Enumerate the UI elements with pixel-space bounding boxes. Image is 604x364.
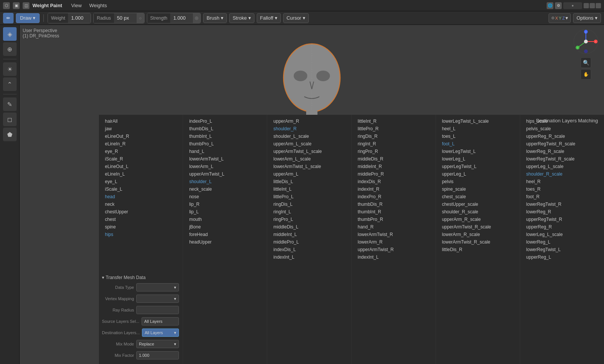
list-item[interactable]: indexDis_L [272, 246, 347, 253]
sidebar-eraser-tool[interactable]: ◻ [3, 113, 17, 126]
list-item[interactable]: foot_R [525, 193, 599, 200]
list-item[interactable]: eye_L [103, 178, 178, 185]
sidebar-fill-tool[interactable]: ⬟ [3, 128, 17, 141]
list-item[interactable]: ringPro_R [356, 148, 431, 155]
list-item[interactable]: upperRegTwist_R_scale [525, 140, 599, 147]
list-item[interactable]: chestUpper [103, 208, 178, 215]
list-item[interactable]: thumbPro_L [188, 140, 262, 147]
menu-weights[interactable]: Weights [86, 2, 110, 9]
menu-view[interactable]: View [68, 2, 85, 9]
list-item[interactable]: ringDis_R [356, 133, 431, 140]
list-item[interactable]: ringDis_L [272, 201, 347, 208]
list-item[interactable]: middleDis_R [356, 156, 431, 162]
list-item[interactable]: upperArmTwist_R [356, 246, 431, 253]
pan-button[interactable]: ✋ [581, 69, 591, 80]
list-item[interactable]: upperArmTwist_L [188, 171, 262, 177]
sidebar-annotate-tool[interactable]: ✎ [3, 97, 17, 111]
list-item[interactable]: lowerArmTwist_R [356, 231, 431, 238]
weight-input-group[interactable]: Weight 1.000 [48, 13, 91, 23]
orbit-gizmo[interactable]: Z X Y [572, 28, 599, 55]
list-item[interactable]: lowerArm_L_scale [272, 156, 347, 162]
list-item[interactable]: ringPro_L [272, 216, 347, 223]
list-item[interactable]: lowerArmTwist_R_scale [441, 239, 515, 245]
list-item-shoulder-scale[interactable]: shoulder_R_scale [525, 171, 599, 177]
list-item[interactable]: headUpper [188, 239, 262, 245]
list-item[interactable]: lowerLeg_L_scale [525, 231, 599, 238]
list-item[interactable]: neck [103, 201, 178, 208]
list-item[interactable]: lip_R [188, 201, 262, 208]
section-header[interactable]: ▾ Transfer Mesh Data [99, 273, 182, 282]
list-item[interactable]: eLineOut_L [103, 163, 178, 170]
list-item[interactable]: nose [188, 193, 262, 200]
list-item[interactable]: upperReg_R [525, 224, 599, 230]
z-axis[interactable]: Z [562, 16, 565, 20]
list-item[interactable]: spine [103, 224, 178, 230]
list-item[interactable]: hand_L [188, 148, 262, 155]
sidebar-cursor-tool[interactable]: ⊕ [3, 42, 17, 56]
list-item[interactable]: middlePro_R [356, 171, 431, 177]
list-item[interactable]: toes_L [441, 133, 515, 140]
list-item[interactable]: indexDis_R [356, 178, 431, 185]
list-item[interactable]: chest [103, 216, 178, 223]
list-item[interactable]: upperArmTwist_R_scale [441, 224, 515, 230]
list-item[interactable]: middlePro_L [272, 239, 347, 245]
list-item[interactable]: indexPro_R [356, 193, 431, 200]
list-item[interactable]: eLineOut_R [103, 133, 178, 140]
options-dropdown[interactable]: Options ▾ [573, 13, 601, 23]
list-item[interactable]: indexInt_L [356, 254, 431, 261]
radius-value[interactable]: 50 px [114, 13, 137, 23]
sidebar-brush-tool[interactable]: ☀ [3, 62, 17, 76]
list-item[interactable]: lowerArm_L [188, 163, 262, 170]
list-item[interactable]: littleDis_L [272, 178, 347, 185]
radius-input-group[interactable]: Radius 50 px ○ [93, 13, 144, 23]
list-item[interactable]: heel_R [525, 178, 599, 185]
list-item-shoulder[interactable]: shoulder_L [188, 178, 262, 185]
list-item-hips[interactable]: hips [103, 231, 178, 238]
global-icon[interactable]: 🌐 [547, 2, 553, 9]
list-item[interactable]: lowerReg_L [525, 239, 599, 245]
x-axis[interactable]: X [555, 16, 558, 20]
list-item[interactable]: littlePro_R [356, 125, 431, 132]
list-item[interactable]: toes_R [525, 186, 599, 193]
viewport[interactable]: User Perspective (1) DR_PinkDress [20, 25, 604, 364]
list-item[interactable]: chest_scale [441, 193, 515, 200]
list-item[interactable]: heel_L [441, 125, 515, 132]
list-item[interactable]: iScale_L [103, 186, 178, 193]
brush-dropdown[interactable]: Brush ▾ [203, 13, 227, 23]
list-item[interactable]: neck_scale [188, 186, 262, 193]
list-item[interactable]: lowerLegTwist_L [441, 148, 515, 155]
list-item[interactable]: littleInt_R [356, 118, 431, 125]
list-item[interactable]: lowerArmTwist_L [188, 156, 262, 162]
stroke-dropdown[interactable]: Stroke ▾ [229, 13, 254, 23]
cursor-dropdown[interactable]: Cursor ▾ [283, 13, 309, 23]
list-item[interactable]: upperLegTwist_L [441, 163, 515, 170]
draw-button[interactable]: Draw ▾ [16, 13, 40, 23]
list-item[interactable]: thumbInt_R [356, 208, 431, 215]
list-item[interactable]: upperArmTwist_L_scale [272, 148, 347, 155]
list-item[interactable]: upperArm_L_scale [272, 140, 347, 147]
list-item[interactable]: mouth [188, 216, 262, 223]
list-item[interactable]: upperLeg_L [441, 171, 515, 177]
list-item[interactable]: foreHead [188, 231, 262, 238]
dest-layers-dropdown[interactable]: All Layers ▾ [142, 329, 179, 337]
y-axis[interactable]: Y [559, 16, 561, 20]
list-item[interactable]: thumbPro_R [356, 216, 431, 223]
list-item-foot[interactable]: foot_L [441, 140, 515, 147]
sidebar-select-tool[interactable]: ◈ [3, 27, 17, 41]
list-item[interactable]: ringInt_L [272, 208, 347, 215]
list-item[interactable]: hairAll [103, 118, 178, 125]
list-item[interactable]: middleInt_L [272, 231, 347, 238]
source-layers-value[interactable]: All Layers [142, 317, 179, 325]
list-item[interactable]: lowerArm_R_scale [441, 231, 515, 238]
list-item[interactable]: upperArm_L [272, 171, 347, 177]
list-item[interactable]: littleDis_R [441, 246, 515, 253]
vertex-mapping-dropdown[interactable]: ▾ [136, 295, 179, 303]
list-item[interactable]: indexInt_L [272, 254, 347, 261]
list-item[interactable]: jBone [188, 224, 262, 230]
list-item[interactable]: lowerRegTwist_R_scale [525, 156, 599, 162]
list-item[interactable]: littlePro_L [272, 193, 347, 200]
list-item[interactable]: lowerArmTwist_L_scale [272, 163, 347, 170]
data-type-dropdown[interactable]: ▾ [136, 283, 179, 292]
list-item[interactable]: upperArm_R [272, 118, 347, 125]
list-item[interactable]: middleInt_R [356, 163, 431, 170]
